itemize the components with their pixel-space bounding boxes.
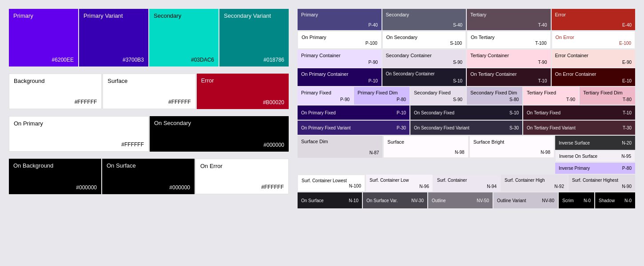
error-right-code: E-40 [622, 23, 632, 27]
surf-container-cell: Surf. Container N-94 [433, 175, 500, 192]
surf-container-highest-code: N-90 [622, 184, 632, 189]
row5: Primary Fixed P-90 Primary Fixed Dim P-8… [298, 87, 635, 105]
surf-container-low-cell: Surf. Container Low N-96 [366, 175, 433, 192]
tertiary-fixed-dim-label: Tertiary Fixed Dim [583, 90, 632, 96]
outline-variant-cell: Outline Variant NV-80 [493, 192, 558, 208]
surface-dim-label: Surface Dim [301, 138, 379, 145]
background-label: Background [14, 78, 97, 85]
on-secondary-fixed-cell: On Secondary Fixed S-10 [410, 106, 522, 120]
primary-fixed-dim-code: P-80 [397, 97, 406, 102]
on-tertiary-container-label: On Tertiary Container [470, 71, 547, 77]
surf-container-lowest-label: Surf. Container Lowest [302, 178, 361, 184]
primary-label: Primary [13, 12, 74, 20]
on-tertiary-fixed-cell: On Tertiary Fixed T-10 [523, 106, 635, 120]
scrim-label: Scrim [562, 198, 574, 203]
on-primary-fixed-variant-code: P-30 [397, 125, 406, 130]
background-swatch: Background #FFFFFF [9, 74, 102, 109]
surface-hex: #FFFFFF [168, 99, 191, 105]
on-secondary-fixed-col: On Secondary Fixed S-10 On Secondary Fix… [410, 106, 522, 135]
primary-container-code: P-90 [368, 60, 378, 65]
secondary-fixed-dim-label: Secondary Fixed Dim [470, 90, 519, 96]
on-surface-right-code: N-10 [349, 198, 358, 203]
surface-bright-code: N-98 [541, 150, 550, 155]
shadow-label: Shadow [599, 198, 615, 203]
on-surface-left-label: On Surface [107, 162, 190, 170]
outline-variant-code: NV-80 [542, 198, 554, 203]
shadow-cell: Shadow N-0 [595, 192, 635, 208]
on-surface-left-hex: #000000 [169, 184, 190, 191]
tertiary-container-code: T-90 [538, 60, 547, 65]
primary-cell: Primary P-40 [298, 9, 382, 30]
right-panel: Primary P-40 Secondary S-40 Tertiary T-4… [298, 9, 635, 257]
on-secondary-fixed-label: On Secondary Fixed [414, 110, 454, 115]
on-secondary-fixed-variant-label: On Secondary Fixed Variant [414, 125, 469, 130]
secondary-container-code: S-90 [453, 60, 462, 65]
on-primary-right-cell: On Primary P-100 [298, 31, 382, 49]
primary-swatch: Primary #6200EE [9, 9, 78, 66]
on-primary-container-cell: On Primary Container P-10 [298, 68, 382, 86]
error-container-cell: Error Container E-90 [552, 50, 636, 67]
on-error-label: On Error [200, 163, 284, 170]
secondary-cell: Secondary S-40 [382, 9, 466, 30]
surf-container-code: N-94 [487, 184, 497, 189]
on-secondary-hex: #000000 [263, 142, 284, 148]
surf-container-high-cell: Surf. Container High N-92 [501, 175, 568, 192]
row4: On Primary Container P-10 On Secondary C… [298, 68, 635, 86]
error-hex: #B00020 [263, 99, 284, 106]
inverse-surface-col: Inverse Surface N-20 Inverse On Surface … [555, 136, 635, 174]
surface-dim-col: Surface Dim N-87 [298, 136, 382, 174]
primary-container-cell: Primary Container P-90 [298, 50, 382, 67]
surface-swatch: Surface #FFFFFF [103, 74, 195, 109]
on-primary-fixed-code: P-10 [397, 110, 406, 115]
surface-dim-cell: Surface Dim N-87 [298, 136, 382, 158]
on-tertiary-fixed-col: On Tertiary Fixed T-10 On Tertiary Fixed… [523, 106, 635, 135]
secondary-container-label: Secondary Container [386, 52, 463, 59]
on-secondary-label: On Secondary [154, 120, 284, 127]
on-error-container-cell: On Error Container E-10 [552, 68, 636, 86]
on-surface-var-cell: On Surface Var. NV-30 [363, 192, 427, 208]
surface-bright-cell: Surface Bright N-98 [469, 136, 554, 158]
surf-container-high-label: Surf. Container High [505, 177, 564, 183]
inverse-primary-code: P-80 [622, 166, 632, 171]
surf-container-highest-cell: Surf. Container Highest N-90 [568, 175, 635, 192]
on-error-right-label: On Error [556, 34, 632, 40]
surf-container-lowest-code: N-100 [349, 184, 361, 188]
tertiary-cell-label: Tertiary [470, 12, 547, 18]
on-tertiary-fixed-variant-cell: On Tertiary Fixed Variant T-30 [523, 121, 635, 135]
primary-fixed-code: P-90 [340, 97, 350, 102]
surf-container-high-code: N-92 [554, 184, 564, 189]
on-secondary-container-code: S-10 [453, 78, 462, 83]
on-row2: On Background #000000 On Surface #000000… [9, 159, 289, 194]
primary-cell-label: Primary [301, 12, 378, 18]
on-primary-fixed-variant-label: On Primary Fixed Variant [301, 125, 351, 130]
primary-fixed-cell: Primary Fixed P-90 [298, 87, 353, 105]
on-tertiary-fixed-variant-label: On Tertiary Fixed Variant [527, 125, 576, 130]
secondary-swatch: Secondary #03DAC6 [149, 9, 219, 66]
on-error-swatch: On Error #FFFFFF [195, 159, 289, 194]
on-error-hex: #FFFFFF [261, 184, 284, 190]
error-swatch: Error #B00020 [197, 74, 289, 109]
tertiary-fixed-label: Tertiary Fixed [527, 90, 575, 96]
outline-label: Outline [432, 198, 446, 203]
on-tertiary-right-cell: On Tertiary T-100 [467, 31, 551, 49]
secondary-hex: #03DAC6 [191, 57, 214, 63]
tertiary-container-cell: Tertiary Container T-90 [467, 50, 551, 67]
on-tertiary-fixed-variant-code: T-30 [623, 125, 632, 130]
outline-cell: Outline NV-50 [428, 192, 493, 208]
secondary-container-cell: Secondary Container S-90 [382, 50, 466, 67]
tertiary-cell-code: T-40 [538, 23, 547, 27]
secondary-fixed-code: S-90 [453, 97, 462, 102]
secondary-fixed-dim-cell: Secondary Fixed Dim S-80 [467, 87, 522, 105]
outline-code: NV-50 [477, 198, 489, 203]
primary-variant-swatch: Primary Variant #3700B3 [79, 9, 148, 66]
secondary-variant-hex: #018786 [263, 57, 284, 63]
inverse-on-surface-label: Inverse On Surface [559, 154, 597, 159]
row1: Primary P-40 Secondary S-40 Tertiary T-4… [298, 9, 635, 30]
primary-container-label: Primary Container [301, 52, 378, 59]
shadow-code: N-0 [624, 198, 632, 203]
secondary-fixed-dim-code: S-80 [509, 97, 519, 102]
on-primary-container-label: On Primary Container [301, 71, 378, 77]
on-secondary-right-code: S-100 [450, 41, 462, 46]
on-primary-label: On Primary [14, 120, 144, 128]
on-tertiary-right-label: On Tertiary [471, 34, 547, 40]
